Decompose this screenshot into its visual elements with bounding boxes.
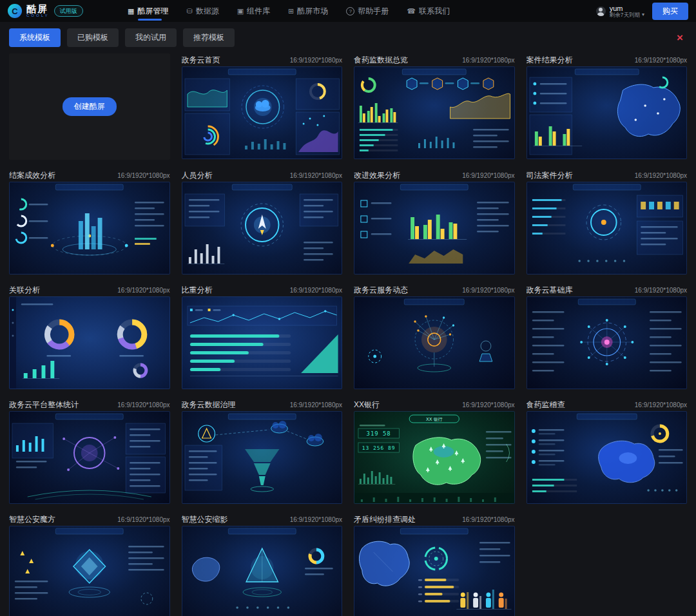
template-tabbar: 系统模板 已购模板 我的试用 推荐模板 × [0,22,696,52]
template-thumbnail[interactable] [527,296,688,389]
nav-item-help-manual[interactable]: ? 帮助手册 [346,0,389,22]
template-card-header: 政务云服务动态 16:9/1920*1080px [354,284,515,296]
template-card-header: 改进效果分析 16:9/1920*1080px [354,169,515,182]
create-screen-button[interactable]: 创建酷屏 [63,97,117,116]
template-title: 智慧公安魔方 [9,514,55,525]
template-title: 政务云首页 [182,55,220,66]
nav-item-contact-us[interactable]: ☎ 联系我们 [407,0,450,22]
template-thumbnail[interactable] [9,296,170,389]
template-card-header: 比重分析 16:9/1920*1080px [182,284,343,296]
template-title: 关联分析 [9,285,40,296]
template-title: 政务云基础库 [527,285,573,296]
template-card[interactable]: 政务云基础库 16:9/1920*1080px [527,284,688,389]
template-card[interactable]: 关联分析 16:9/1920*1080px [9,284,170,389]
tab-recommended-templates[interactable]: 推荐模板 [183,28,235,47]
grid-icon: ▦ [128,8,134,15]
help-icon: ? [346,7,354,15]
template-card[interactable]: 案件结果分析 16:9/1920*1080px [527,53,688,160]
template-title: 智慧公安缩影 [182,514,228,525]
user-icon [596,6,606,16]
tab-system-templates[interactable]: 系统模板 [9,28,61,47]
template-title: XX银行 [354,399,380,410]
template-thumbnail[interactable] [9,182,170,274]
template-card[interactable]: 司法案件分析 16:9/1920*1080px [527,169,688,274]
template-thumbnail[interactable] [354,66,515,159]
template-thumbnail[interactable] [182,526,343,616]
template-thumbnail[interactable] [182,66,343,159]
template-thumbnail[interactable] [354,182,515,274]
logo[interactable]: C 酷屏 COOLY 试用版 [8,4,116,18]
template-thumbnail[interactable]: XX 银行319 5813 256 89 [354,411,515,504]
buy-button[interactable]: 购买 [652,3,688,20]
template-card[interactable]: 政务云平台整体统计 16:9/1920*1080px [9,398,170,504]
close-icon[interactable]: × [673,32,687,43]
nav-item-screen-market[interactable]: ⊞ 酷屏市场 [288,0,328,22]
template-card-header: 政务云数据治理 16:9/1920*1080px [182,398,343,411]
template-title: 食药监稽查 [527,399,565,410]
template-thumbnail[interactable] [354,526,515,616]
template-size: 16:9/1920*1080px [462,57,514,64]
template-size: 16:9/1920*1080px [290,57,342,64]
template-card[interactable]: 结案成效分析 16:9/1920*1080px [9,169,170,274]
template-card-header: 政务云首页 16:9/1920*1080px [182,53,343,66]
template-card-header: 关联分析 16:9/1920*1080px [9,284,170,296]
template-thumbnail[interactable] [9,411,170,504]
cooly-logo-icon: C [8,4,22,18]
template-size: 16:9/1920*1080px [635,57,687,64]
svg-text:13 256 89: 13 256 89 [362,445,396,451]
template-size: 16:9/1920*1080px [117,401,169,409]
template-card-header: 智慧公安魔方 16:9/1920*1080px [9,513,170,526]
template-thumbnail[interactable] [182,411,343,504]
template-thumbnail[interactable] [182,296,343,389]
template-title: 人员分析 [182,170,213,181]
nav-item-component-library[interactable]: ▣ 组件库 [237,0,270,22]
template-size: 16:9/1920*1080px [117,172,169,179]
template-card[interactable]: 智慧公安魔方 16:9/1920*1080px [9,513,170,616]
template-card[interactable]: 改进效果分析 16:9/1920*1080px [354,169,515,274]
template-thumbnail[interactable] [527,411,688,504]
template-thumbnail[interactable] [527,66,688,159]
template-size: 16:9/1920*1080px [290,172,342,179]
template-card[interactable]: 智慧公安缩影 16:9/1920*1080px [182,513,343,616]
template-card[interactable]: XX银行 16:9/1920*1080px XX 银行319 5813 256 … [354,398,515,504]
app-name: 酷屏 [26,5,50,14]
template-title: 案件结果分析 [527,55,573,66]
template-size: 16:9/1920*1080px [462,401,514,409]
template-size: 16:9/1920*1080px [635,172,687,179]
app-name-latin: COOLY [26,14,50,17]
svg-text:319 58: 319 58 [367,430,391,437]
template-card[interactable]: 比重分析 16:9/1920*1080px [182,284,343,389]
components-icon: ▣ [237,8,244,15]
template-thumbnail[interactable] [354,296,515,389]
nav-item-data-source[interactable]: ⛁ 数据源 [186,0,218,22]
template-card[interactable]: 政务云服务动态 16:9/1920*1080px [354,284,515,389]
template-title: 改进效果分析 [354,170,400,181]
template-thumbnail[interactable] [9,526,170,616]
logo-text: 酷屏 COOLY [26,5,50,17]
template-card-header: 政务云基础库 16:9/1920*1080px [527,284,688,296]
template-thumbnail[interactable] [182,182,343,274]
template-size: 16:9/1920*1080px [117,516,169,523]
template-size: 16:9/1920*1080px [635,287,687,294]
svg-text:XX 银行: XX 银行 [426,417,443,422]
template-card-header: XX银行 16:9/1920*1080px [354,398,515,411]
template-card-header: 人员分析 16:9/1920*1080px [182,169,343,182]
template-card-header: 食药监数据总览 16:9/1920*1080px [354,53,515,66]
template-size: 16:9/1920*1080px [635,401,687,409]
template-card-header: 矛盾纠纷排查调处 16:9/1920*1080px [354,513,515,526]
template-card[interactable]: 食药监稽查 16:9/1920*1080px [527,398,688,504]
template-card[interactable]: 人员分析 16:9/1920*1080px [182,169,343,274]
nav-item-screen-management[interactable]: ▦ 酷屏管理 [128,0,168,22]
user-menu[interactable]: yum 剩余7天到期 ▾ [596,5,644,18]
template-thumbnail[interactable] [527,182,688,274]
template-card-header: 智慧公安缩影 16:9/1920*1080px [182,513,343,526]
template-card[interactable]: 政务云首页 16:9/1920*1080px [182,53,343,160]
tab-my-trial[interactable]: 我的试用 [125,28,177,47]
template-card[interactable]: 政务云数据治理 16:9/1920*1080px [182,398,343,504]
template-card[interactable]: 矛盾纠纷排查调处 16:9/1920*1080px [354,513,515,616]
template-size: 16:9/1920*1080px [290,287,342,294]
template-title: 食药监数据总览 [354,55,408,66]
template-size: 16:9/1920*1080px [290,401,342,409]
tab-purchased-templates[interactable]: 已购模板 [67,28,119,47]
template-card[interactable]: 食药监数据总览 16:9/1920*1080px [354,53,515,160]
